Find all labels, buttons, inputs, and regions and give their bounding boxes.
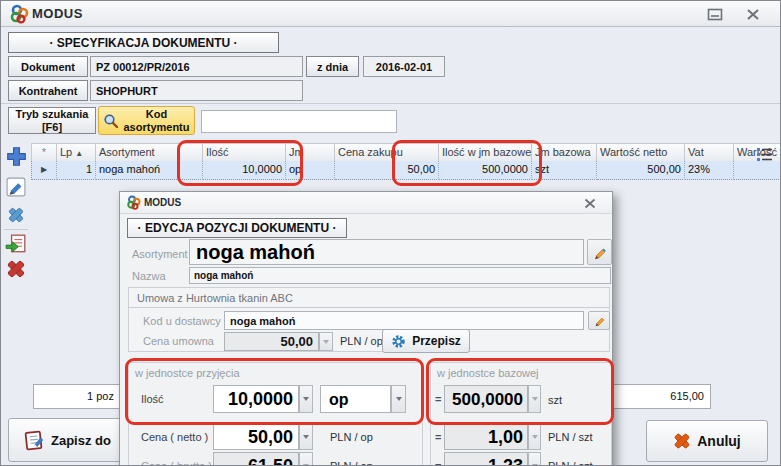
kod-u-dostawcy-field[interactable]: noga mahoń xyxy=(224,311,584,330)
main-titlebar: MODUS xyxy=(1,1,780,27)
search-icon xyxy=(103,113,119,129)
cena-umowna-dropdown xyxy=(319,332,333,351)
ilosc-bazowa-field: 500,0000 xyxy=(444,385,528,413)
przepisz-button[interactable]: Przepisz xyxy=(382,329,470,353)
modus-logo-icon xyxy=(9,4,29,24)
kod-asortymentu-button[interactable]: Kod asortymentu xyxy=(98,106,195,135)
window-title: MODUS xyxy=(32,6,83,21)
col-header-asortyment[interactable]: Asortyment xyxy=(96,143,203,163)
z-dnia-value: 2016-02-01 xyxy=(363,56,445,77)
cell-asortyment: noga mahoń xyxy=(96,161,203,180)
nazwa-label: Nazwa xyxy=(132,270,166,282)
cena-umowna-unit: PLN / op xyxy=(340,335,383,347)
cena-brutto-bazowa-dropdown xyxy=(528,452,541,466)
ilosc-bazowa-dropdown xyxy=(528,385,541,413)
search-mode-label: Tryb szukania [F6] xyxy=(8,107,96,134)
sort-asc-icon: ▲ xyxy=(75,149,83,158)
cell-lp: 1 xyxy=(57,161,96,180)
divider xyxy=(1,103,780,104)
dialog-close-icon[interactable] xyxy=(584,198,596,209)
anuluj-button[interactable]: Anuluj xyxy=(646,420,768,462)
edit-position-dialog: MODUS · EDYCJA POZYCJI DOKUMENTU · Asort… xyxy=(119,191,613,466)
dialog-titlebar: MODUS xyxy=(120,192,612,214)
col-header-ilosc-jm-bazowej[interactable]: Ilość w jm bazowej xyxy=(439,143,532,163)
search-input[interactable] xyxy=(201,110,397,133)
cell-wartosc-brutto: 615,00 xyxy=(734,161,781,180)
ilosc-label: Ilość xyxy=(141,393,164,405)
close-window-icon[interactable] xyxy=(746,8,760,21)
cena-netto-field[interactable]: 50,00 xyxy=(213,423,299,450)
summary-position-count: 1 poz xyxy=(42,390,114,402)
col-header-cena-zakupu[interactable]: Cena zakupu xyxy=(335,143,439,163)
asortyment-field[interactable]: noga mahoń xyxy=(189,239,584,265)
cell-jm-bazowa: szt xyxy=(532,161,597,180)
equals-sign: = xyxy=(435,460,441,466)
col-header-jm[interactable]: Jm xyxy=(286,143,335,163)
kod-edit-button[interactable] xyxy=(588,311,610,330)
cena-brutto-label: Cena ( brutto ) xyxy=(141,460,212,466)
equals-sign: = xyxy=(435,393,441,405)
toolbar-divider xyxy=(4,229,28,230)
column-customize-icon[interactable] xyxy=(756,146,773,162)
restore-window-icon[interactable] xyxy=(707,8,723,21)
cena-brutto-bazowa-field: 1,23 xyxy=(444,452,528,466)
cell-vat: 23% xyxy=(685,161,734,180)
modus-logo-icon xyxy=(126,195,141,210)
jm-combo-dropdown[interactable] xyxy=(391,385,406,413)
save-icon xyxy=(23,429,45,451)
dokument-label: Dokument xyxy=(8,56,88,77)
gear-icon xyxy=(391,334,406,349)
cena-brutto-unit: PLN / op xyxy=(330,460,373,466)
positions-table-header: * Lp ▲ Asortyment Ilość Jm Cena zakupu I… xyxy=(31,143,781,163)
cell-ilosc: 10,0000 xyxy=(203,161,286,180)
equals-sign: = xyxy=(435,431,441,443)
kontrahent-label: Kontrahent xyxy=(8,80,88,101)
jm-combo[interactable]: op xyxy=(320,385,391,413)
cena-brutto-dropdown xyxy=(299,452,313,466)
nazwa-field[interactable]: noga mahoń xyxy=(189,267,611,284)
asortyment-edit-button[interactable] xyxy=(587,239,612,265)
ilosc-field[interactable]: 10,0000 xyxy=(213,385,299,413)
cena-netto-bazowa-field: 1,00 xyxy=(444,423,528,450)
col-header-lp[interactable]: Lp ▲ xyxy=(57,143,96,163)
col-header-vat[interactable]: Vat xyxy=(685,143,734,163)
add-row-icon[interactable] xyxy=(6,146,27,167)
col-header-ilosc[interactable]: Ilość xyxy=(203,143,286,163)
cell-jm: op xyxy=(286,161,335,180)
kontrahent-value: SHOPHURT xyxy=(90,80,303,101)
jednostka-przyjecia-group: w jednostce przyjęcia Ilość 10,0000 op C… xyxy=(128,362,423,466)
row-marker-icon: ▶ xyxy=(31,161,57,180)
copy-document-icon[interactable] xyxy=(5,233,27,255)
app-window: MODUS · SPECYFIKACJA DOKUMENTU · Dokumen… xyxy=(0,0,781,466)
dokument-value: PZ 00012/PR/2016 xyxy=(90,56,303,77)
remove-row-icon[interactable] xyxy=(7,206,25,224)
cell-ilosc-jm-bazowej: 500,0000 xyxy=(439,161,532,180)
dialog-header: · EDYCJA POZYCJI DOKUMENTU · xyxy=(127,218,347,238)
cena-umowna-label: Cena umowna xyxy=(143,335,214,347)
summary-brutto-total: 615,00 xyxy=(670,390,704,402)
cena-netto-bazowa-dropdown xyxy=(528,423,541,450)
delete-icon[interactable] xyxy=(6,259,26,279)
cena-netto-dropdown[interactable] xyxy=(299,423,313,450)
edit-pencil-icon xyxy=(593,314,606,327)
cena-netto-label: Cena ( netto ) xyxy=(141,431,208,443)
cena-brutto-bazowa-unit: PLN / szt xyxy=(548,460,593,466)
umowa-divider xyxy=(129,307,609,308)
col-header-wartosc-netto[interactable]: Wartość netto xyxy=(597,143,685,163)
jm-bazowa-unit: szt xyxy=(548,394,562,406)
jednostka-bazowa-group: w jednostce bazowej = 500,0000 szt = 1,0… xyxy=(430,362,612,466)
edit-row-icon[interactable] xyxy=(6,177,26,197)
cena-netto-unit: PLN / op xyxy=(330,431,373,443)
asortyment-label: Asortyment xyxy=(132,248,188,260)
table-row[interactable]: ▶ 1 noga mahoń 10,0000 op 50,00 500,0000… xyxy=(31,161,781,180)
cena-umowna-field: 50,00 xyxy=(224,332,319,351)
cell-wartosc-netto: 500,00 xyxy=(597,161,685,180)
ilosc-dropdown[interactable] xyxy=(299,385,313,413)
dialog-title: MODUS xyxy=(144,197,181,208)
cena-brutto-field: 61,50 xyxy=(213,452,299,466)
cell-cena-zakupu: 50,00 xyxy=(335,161,439,180)
col-header-jm-bazowa[interactable]: Jm bazowa xyxy=(532,143,597,163)
umowa-title: Umowa z Hurtownia tkanin ABC xyxy=(137,292,293,304)
cena-netto-bazowa-unit: PLN / szt xyxy=(548,431,593,443)
col-header-marker[interactable]: * xyxy=(31,143,57,163)
